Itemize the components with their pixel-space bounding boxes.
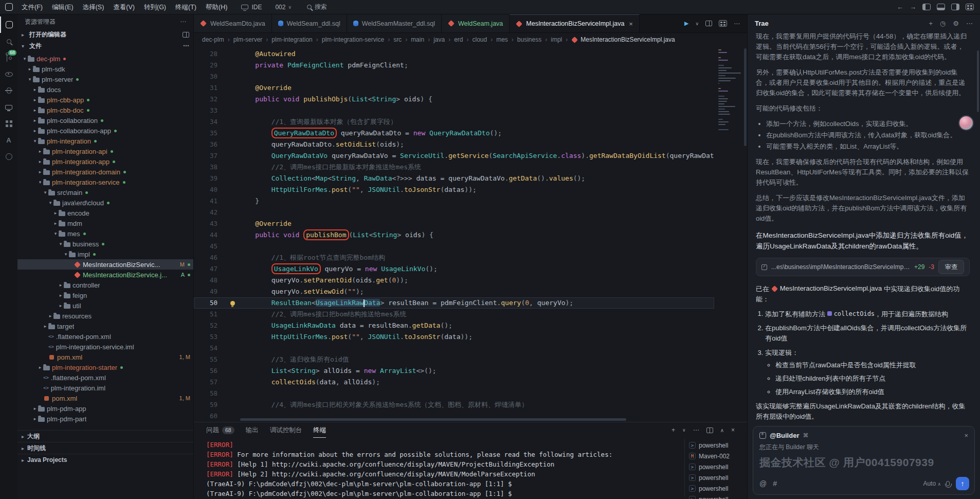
- tab-output[interactable]: 输出: [246, 422, 259, 438]
- history-icon[interactable]: ◷: [940, 20, 946, 27]
- tree-item[interactable]: ▸plm-integration-starter: [17, 362, 193, 372]
- code-line[interactable]: 45: [194, 241, 714, 252]
- tree-item[interactable]: ▸plm-pdm-part: [17, 414, 193, 424]
- code-line[interactable]: 52 UsageLinkRawData data = resultBean.ge…: [194, 320, 714, 331]
- terminal-session[interactable]: >powershell: [689, 472, 744, 483]
- code-line[interactable]: 40 HttpUtilForMes.post("", JSONUtil.toJs…: [194, 184, 714, 195]
- model-selector[interactable]: Auto ∧: [923, 480, 941, 487]
- extensions-icon[interactable]: [0, 115, 17, 132]
- tree-item[interactable]: ▸util: [17, 300, 193, 311]
- code-line[interactable]: 30: [194, 71, 714, 82]
- code-line[interactable]: 32 public void publishObjs(List<String> …: [194, 94, 714, 105]
- layout-grid-icon[interactable]: [966, 4, 974, 10]
- breadcrumb-file[interactable]: MesInteractionBizServiceImpl.java: [571, 36, 675, 43]
- account-icon[interactable]: [0, 148, 17, 165]
- tree-item[interactable]: MesInteractionBizServic...M: [17, 259, 193, 270]
- code-line[interactable]: 42: [194, 207, 714, 218]
- close-icon[interactable]: ×: [629, 20, 633, 28]
- close-panel-icon[interactable]: ×: [731, 426, 735, 434]
- tab-debug-console[interactable]: 调试控制台: [270, 422, 302, 438]
- more-icon[interactable]: ⋯: [183, 42, 189, 49]
- code-line[interactable]: 55 //3、递归收集所有oid值: [194, 354, 714, 365]
- breadcrumb-item[interactable]: plm-integration: [271, 36, 312, 43]
- tree-item[interactable]: ▸plm-cbb-app: [17, 95, 193, 105]
- tree-item[interactable]: ▸plm-collaboration-app: [17, 126, 193, 136]
- tree-item[interactable]: ▾plm-integration: [17, 136, 193, 146]
- tree-item[interactable]: ▾src\main: [17, 187, 193, 198]
- remote-icon[interactable]: [0, 99, 17, 115]
- tree-item[interactable]: <>plm-integration-service.iml: [17, 342, 193, 352]
- breadcrumb-item[interactable]: business: [517, 36, 541, 43]
- builder-input-panel[interactable]: @Builder ⌘ × 您正在与 Builder 聊天 掘金技术社区 @ 用户…: [753, 426, 975, 495]
- code-line[interactable]: 37 QueryRawDataVo queryRawDataVo = Servi…: [194, 150, 714, 162]
- code-line[interactable]: 48 queryVo.setParentOid(oids.get(0));: [194, 275, 714, 286]
- breadcrumb-item[interactable]: java: [433, 36, 445, 43]
- code-line[interactable]: 41 }: [194, 195, 714, 207]
- debug-icon[interactable]: [0, 82, 17, 99]
- tab-problems[interactable]: 问题68: [206, 422, 234, 438]
- tree-item[interactable]: ▾dec-plm: [17, 54, 193, 64]
- lightbulb-icon[interactable]: [230, 301, 235, 306]
- chat-scrollbar[interactable]: [977, 50, 979, 112]
- terminal-session[interactable]: MMaven-002: [689, 451, 744, 461]
- menu-item-0[interactable]: 文件(F): [17, 0, 47, 14]
- editor-horizontal-scrollbar[interactable]: [240, 418, 711, 421]
- breadcrumb-item[interactable]: plm-integration-service: [322, 36, 384, 43]
- breadcrumb-item[interactable]: main: [411, 36, 424, 43]
- minimap[interactable]: [718, 49, 742, 134]
- split-editor-icon[interactable]: [705, 21, 712, 26]
- section-2[interactable]: ▸Java Projects: [17, 454, 193, 466]
- tree-item[interactable]: ▸controller: [17, 280, 193, 290]
- terminal-session[interactable]: >powershell: [689, 461, 744, 472]
- code-line[interactable]: 43 @Override: [194, 218, 714, 229]
- toggle-sidebar-icon[interactable]: [922, 4, 931, 10]
- forward-icon[interactable]: →: [910, 3, 916, 11]
- tree-item[interactable]: <>.flattened-pom.xml: [17, 372, 193, 383]
- edited-file-card[interactable]: ...es\business\impl\MesInteractionBizSer…: [756, 258, 970, 276]
- code-line[interactable]: 49 queryVo.setViewOid("");: [194, 286, 714, 297]
- code-line[interactable]: 36 queryRawDataDto.setOidList(oids);: [194, 139, 714, 150]
- code-line[interactable]: 46 //1、根据root节点查询完整bom结构: [194, 252, 714, 263]
- tree-item[interactable]: ▾plm-server: [17, 74, 193, 84]
- terminal-output[interactable]: [ERROR][ERROR] For more information abou…: [194, 438, 680, 499]
- new-terminal-icon[interactable]: +: [672, 426, 675, 434]
- menu-item-1[interactable]: 编辑(E): [47, 0, 78, 14]
- toggle-secondary-sidebar-icon[interactable]: [951, 4, 959, 10]
- breadcrumb-item[interactable]: erd: [454, 36, 463, 43]
- open-editors-section[interactable]: ▸ 打开的编辑器: [17, 29, 193, 40]
- code-line[interactable]: 29 private PdmFeignClient pdmFeignClient…: [194, 60, 714, 71]
- tab-weldseam[interactable]: WeldSeam.java: [442, 14, 510, 32]
- file-chip[interactable]: MesInteractionBizServiceImpl.java: [771, 283, 882, 294]
- tab-terminal[interactable]: 终端: [313, 422, 326, 438]
- tree-item[interactable]: ▸docs: [17, 84, 193, 95]
- tree-item[interactable]: ▾plm-integration-service: [17, 177, 193, 187]
- maximize-panel-icon[interactable]: ∧: [720, 427, 724, 433]
- tree-item[interactable]: ▸encode: [17, 208, 193, 218]
- tab-weldseammaster-ddl[interactable]: WeldSeamMaster_ddl.sql: [347, 14, 442, 32]
- more-icon[interactable]: ⋯: [180, 18, 186, 25]
- tree-item[interactable]: ▸plm-sdk: [17, 64, 193, 74]
- breadcrumb-item[interactable]: impl: [551, 36, 562, 43]
- tree-item[interactable]: ▸plm-cbb-doc: [17, 105, 193, 115]
- tree-item[interactable]: pom.xml1, M: [17, 352, 193, 362]
- source-control-icon[interactable]: 68: [0, 49, 17, 66]
- split-terminal-icon[interactable]: [706, 427, 713, 433]
- mention-icon[interactable]: @: [759, 479, 767, 488]
- terminal-session[interactable]: >powershell: [689, 494, 744, 499]
- settings-icon[interactable]: ⚙: [953, 20, 959, 27]
- code-line[interactable]: 33: [194, 105, 714, 116]
- ide-indicator[interactable]: IDE: [241, 4, 262, 11]
- tree-item[interactable]: MesInteractionBizService.j...A: [17, 270, 193, 280]
- section-1[interactable]: ▸时间线: [17, 442, 193, 454]
- code-line[interactable]: 59 //4、调用mes接口把相关对象关系推送给mes系统（文档、图档、原材料、…: [194, 399, 714, 411]
- code-line[interactable]: 47 UsageLinkVo queryVo = new UsageLinkVo…: [194, 263, 714, 275]
- split-editor-icon[interactable]: [183, 32, 189, 38]
- code-line[interactable]: 31 @Override: [194, 82, 714, 94]
- run-dropdown-icon[interactable]: ∨: [695, 21, 699, 26]
- tab-mesinteractionbizserviceimpl[interactable]: MesInteractionBizServiceImpl.java×: [510, 14, 640, 32]
- toggle-panel-icon[interactable]: [937, 4, 945, 10]
- code-line[interactable]: 58: [194, 388, 714, 399]
- more-icon[interactable]: ⋯: [966, 20, 973, 27]
- tree-item[interactable]: ▾mes: [17, 228, 193, 239]
- tree-item[interactable]: ▾business: [17, 239, 193, 249]
